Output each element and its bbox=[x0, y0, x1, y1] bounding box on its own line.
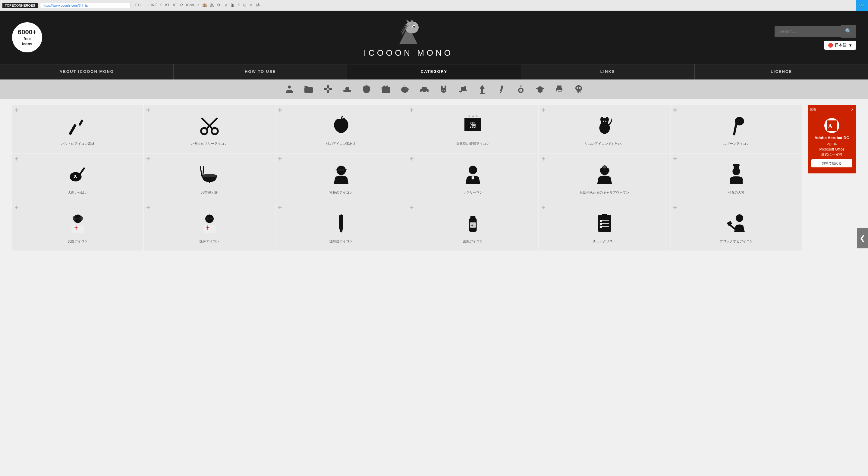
right-arrow-button[interactable]: ❮ bbox=[857, 228, 868, 248]
icon-card-tablespoon[interactable]: ✚ 大匙いっぱい bbox=[12, 154, 143, 202]
svg-rect-17 bbox=[382, 89, 390, 93]
category-bar: 1 bbox=[0, 79, 868, 99]
svg-point-26 bbox=[426, 91, 427, 93]
icon-card-femaledoctor[interactable]: ✚ 女医アイコン bbox=[12, 202, 143, 250]
nav-about[interactable]: ABOUT ICOOON MONO bbox=[0, 64, 174, 79]
icon-card-squirrel[interactable]: ✚ リスのアイコンですたい。 bbox=[539, 105, 670, 153]
add-badge-icon: ✚ bbox=[14, 156, 19, 162]
search-input[interactable] bbox=[775, 26, 841, 37]
header-right: 🔍 🔴 日本語 ▼ bbox=[775, 25, 856, 50]
icon-card-spoon[interactable]: ✚ スプーンアイコン bbox=[671, 105, 802, 153]
twitter-icon[interactable]: 🐦 bbox=[856, 0, 868, 11]
icon-img-doctor bbox=[197, 211, 221, 235]
svg-point-93 bbox=[599, 168, 602, 172]
icon-card-bowl[interactable]: ✚ お茶碗と箸 bbox=[144, 154, 275, 202]
icon-card-block[interactable]: ✚ ブロックするアイコン bbox=[671, 202, 802, 250]
cat-hat-icon[interactable] bbox=[341, 83, 353, 95]
icon-label-1: ハサミのフリーアイコン bbox=[191, 141, 227, 146]
logo-free: free bbox=[24, 36, 31, 41]
svg-marker-39 bbox=[500, 92, 501, 94]
cat-skull-icon[interactable] bbox=[572, 83, 585, 95]
cat-animal-icon[interactable] bbox=[438, 83, 450, 95]
icon-img-medicine bbox=[461, 211, 485, 235]
svg-rect-106 bbox=[339, 215, 343, 230]
icon-card-syringe[interactable]: ✚ 注射器アイコン bbox=[276, 202, 407, 250]
svg-point-30 bbox=[442, 90, 443, 91]
icon-card-careerwoman[interactable]: ✚ お団子あたまのキャリアウーマン bbox=[539, 154, 670, 202]
japan-flag-icon: 🔴 bbox=[828, 43, 833, 47]
ad-label: 広告 bbox=[810, 107, 816, 112]
icon-card-doctor[interactable]: ✚ 医師アイコン bbox=[144, 202, 275, 250]
cat-medical-icon[interactable] bbox=[322, 83, 334, 95]
cat-graduation-icon[interactable] bbox=[534, 83, 546, 95]
icon-label-7: お茶碗と箸 bbox=[201, 190, 218, 195]
url-bar[interactable]: https://www.google.com/?hl=ja bbox=[40, 3, 130, 8]
sidebar-ad: 広告 × A Adobe Acrobat DC PDFをMicrosoft Of… bbox=[808, 105, 856, 173]
svg-point-75 bbox=[76, 177, 77, 178]
svg-point-20 bbox=[407, 89, 409, 90]
cat-lighthouse-icon[interactable] bbox=[476, 83, 488, 95]
icon-card-salaryman[interactable]: ✚ サラリーマン bbox=[407, 154, 538, 202]
add-badge-icon: ✚ bbox=[14, 205, 19, 210]
icon-label-8: 社長のアイコン bbox=[330, 190, 352, 195]
ad-body: A Adobe Acrobat DC PDFをMicrosoft Office形… bbox=[808, 114, 856, 173]
site-name: TOPECONHEROES bbox=[2, 3, 38, 8]
icon-img-hotspring: 湯 bbox=[461, 114, 485, 138]
icon-label-2: 桃のアイコン素材３ bbox=[326, 141, 356, 146]
search-button[interactable]: 🔍 bbox=[841, 25, 856, 38]
cat-printer-icon[interactable] bbox=[553, 83, 565, 95]
svg-point-49 bbox=[575, 85, 582, 91]
nav-links[interactable]: LINKS bbox=[521, 64, 695, 79]
ad-cta-button[interactable]: 無料で始める bbox=[811, 159, 852, 167]
icon-card-bat[interactable]: ✚ バットのアイコン素材 bbox=[12, 105, 143, 153]
acrobat-logo: A bbox=[824, 118, 839, 133]
icon-card-medicine[interactable]: ✚ 薬瓶アイコン bbox=[407, 202, 538, 250]
cat-pencil-icon[interactable] bbox=[495, 83, 507, 95]
svg-marker-6 bbox=[406, 19, 410, 23]
add-badge-icon: ✚ bbox=[278, 156, 282, 162]
svg-point-82 bbox=[338, 169, 341, 171]
icon-label-3: 温泉宿の暖簾アイコン bbox=[456, 141, 490, 146]
cat-folder-icon[interactable] bbox=[303, 83, 315, 95]
language-selector[interactable]: 🔴 日本語 ▼ bbox=[824, 41, 856, 50]
icon-img-peach bbox=[329, 114, 353, 138]
cat-apple-icon[interactable] bbox=[361, 83, 373, 95]
cat-gift-icon[interactable] bbox=[380, 83, 392, 95]
svg-rect-50 bbox=[577, 91, 581, 93]
svg-point-92 bbox=[603, 166, 606, 169]
icon-card-boss[interactable]: ✚ 社長のアイコン bbox=[276, 154, 407, 202]
svg-rect-38 bbox=[500, 86, 503, 92]
ad-close-button[interactable]: × bbox=[851, 107, 854, 112]
icon-card-peach[interactable]: ✚ 桃のアイコン素材３ bbox=[276, 105, 407, 153]
nav-howto[interactable]: HOW TO USE bbox=[174, 64, 347, 79]
cat-medal-icon[interactable]: 1 bbox=[515, 83, 527, 95]
svg-point-121 bbox=[735, 214, 743, 222]
svg-rect-120 bbox=[599, 226, 601, 228]
icon-img-syringe bbox=[329, 211, 353, 235]
svg-point-53 bbox=[577, 87, 578, 89]
svg-text:湯: 湯 bbox=[470, 121, 476, 129]
add-badge-icon: ✚ bbox=[673, 205, 677, 210]
svg-point-10 bbox=[288, 86, 291, 89]
cat-car-icon[interactable] bbox=[418, 83, 430, 95]
svg-rect-34 bbox=[481, 89, 483, 93]
cat-music-icon[interactable] bbox=[457, 83, 469, 95]
add-badge-icon: ✚ bbox=[278, 107, 282, 113]
svg-point-5 bbox=[413, 26, 415, 28]
svg-point-76 bbox=[73, 177, 75, 178]
add-badge-icon: ✚ bbox=[278, 205, 282, 210]
add-badge-icon: ✚ bbox=[541, 205, 545, 210]
icon-label-0: バットのアイコン素材 bbox=[61, 141, 94, 146]
nav-category[interactable]: CATEGORY bbox=[347, 64, 521, 79]
ad-text: PDFをMicrosoft Office形式に一変換 bbox=[811, 142, 852, 157]
cat-person-icon[interactable] bbox=[283, 83, 296, 95]
icon-card-scissors[interactable]: ✚ ハサミのフリーアイコン bbox=[144, 105, 275, 153]
nav-licence[interactable]: LICENCE bbox=[695, 64, 868, 79]
icon-card-chef[interactable]: ✚ 和食の大将 bbox=[671, 154, 802, 202]
icon-card-hotspring[interactable]: ✚ 湯 温泉宿の暖簾アイコン bbox=[407, 105, 538, 153]
cat-piggy-icon[interactable] bbox=[399, 83, 411, 95]
icon-card-checklist[interactable]: ✚ チェックリスト bbox=[539, 202, 670, 250]
logo-icons: icons bbox=[22, 41, 32, 47]
svg-rect-119 bbox=[599, 223, 601, 225]
add-badge-icon: ✚ bbox=[146, 107, 150, 113]
